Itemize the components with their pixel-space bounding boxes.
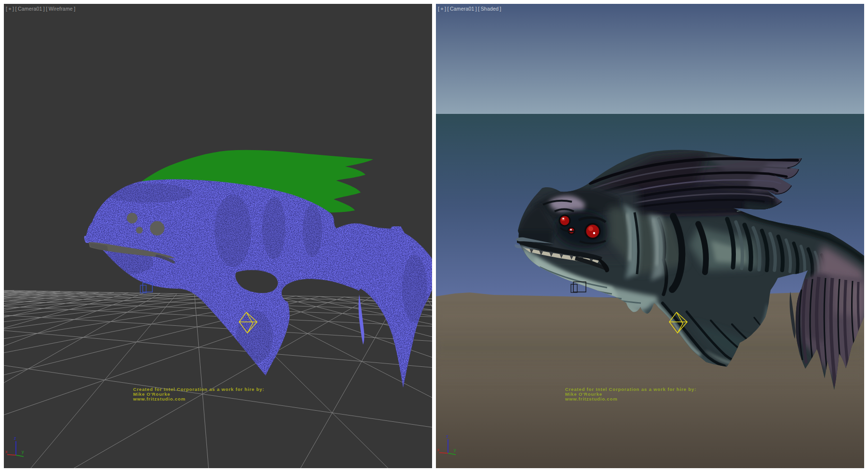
svg-text:z: z — [14, 436, 16, 441]
svg-text:x: x — [437, 447, 440, 452]
svg-text:y: y — [454, 447, 456, 452]
svg-text:x: x — [5, 449, 8, 454]
svg-text:z: z — [446, 434, 448, 439]
svg-text:y: y — [22, 449, 24, 454]
